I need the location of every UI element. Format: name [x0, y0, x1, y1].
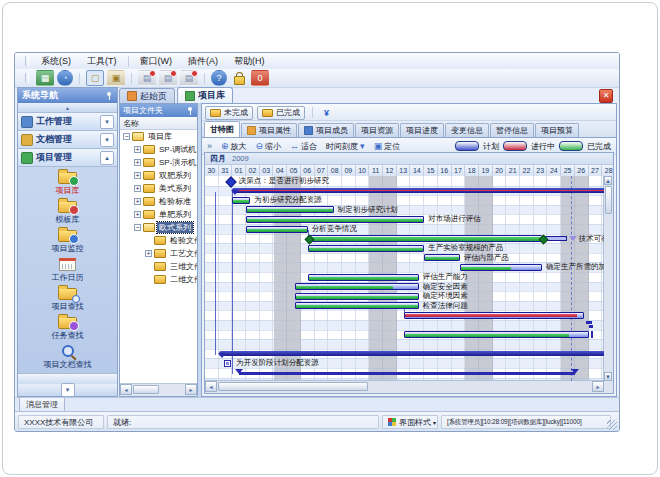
chevron-up-icon[interactable]: ▴ [100, 151, 114, 165]
task-group-icon[interactable] [224, 360, 231, 367]
expand-icon[interactable]: + [134, 159, 141, 166]
gantt-range-bar[interactable] [239, 372, 575, 375]
gantt-bar[interactable] [308, 245, 424, 252]
dock-tab-messages[interactable]: 消息管理 [19, 398, 65, 412]
more-icon[interactable]: » [207, 141, 212, 151]
chevron-down-icon[interactable]: ▾ [100, 133, 114, 147]
expand-icon[interactable]: + [134, 198, 141, 205]
tree-node[interactable]: +双肥系列 [134, 169, 193, 181]
tree-node[interactable]: +单肥系列 [134, 208, 193, 220]
gantt-summary-bar[interactable] [232, 188, 604, 193]
collapse-icon[interactable]: − [123, 133, 130, 140]
gantt-bar[interactable] [308, 235, 542, 242]
tree-node[interactable]: 二维文件 [145, 273, 197, 285]
scroll-up-icon[interactable]: ▲ [604, 176, 612, 185]
gantt-tool-1[interactable]: ⊕放大 [221, 141, 247, 152]
gantt-tab-1[interactable]: 甘特图 [204, 121, 240, 137]
sidebar-item-3[interactable]: 项目监控 [18, 225, 117, 254]
logout-icon[interactable]: 0 [251, 70, 269, 86]
tree-node[interactable]: −欧式系列 [134, 221, 193, 233]
gantt-tab-4[interactable]: 项目资源 [355, 123, 399, 137]
report-sync-icon[interactable]: ▤ [180, 70, 198, 86]
expand-icon[interactable]: + [134, 172, 141, 179]
scroll-right-icon[interactable]: ▸ [185, 384, 197, 395]
gantt-tab-2[interactable]: 项目属性 [241, 123, 297, 137]
expand-icon[interactable]: + [134, 146, 141, 153]
scroll-thumb[interactable] [218, 382, 368, 391]
gantt-bar[interactable] [424, 254, 460, 261]
scroll-left-icon[interactable]: ◂ [205, 381, 217, 392]
pin-icon[interactable] [186, 107, 194, 115]
lock-icon[interactable] [230, 70, 248, 86]
doc-tab-1[interactable]: 起始页 [119, 88, 175, 103]
gantt-tab-7[interactable]: 暂停信息 [490, 123, 534, 137]
scroll-thumb[interactable] [133, 385, 159, 394]
gantt-tab-5[interactable]: 项目进度 [400, 123, 444, 137]
gantt-bar[interactable] [404, 312, 585, 319]
pin-icon[interactable] [105, 92, 113, 100]
chevron-down-icon[interactable]: ▾ [100, 115, 114, 129]
tree-node[interactable]: 三维文件 [145, 260, 197, 272]
gantt-bar[interactable] [246, 206, 334, 213]
menu-item-5[interactable]: 帮助(H) [226, 54, 273, 69]
gantt-tool-4[interactable]: 时间刻度▾ [326, 141, 365, 152]
gantt-bar[interactable] [295, 293, 418, 300]
tree-hscrollbar[interactable]: ◂▸ [120, 383, 197, 396]
gantt-bar[interactable] [308, 274, 419, 281]
home-grid-icon[interactable]: ▦ [36, 70, 54, 86]
report-delete-icon[interactable]: ▤ [138, 70, 156, 86]
tree-node[interactable]: 检验文件 [145, 234, 197, 246]
folder-open-icon[interactable]: ▢ [86, 70, 104, 86]
scroll-thumb[interactable] [605, 186, 612, 214]
sidebar-item-5[interactable]: 项目查找 [18, 283, 117, 312]
sidebar-group-1[interactable]: 工作管理▾ [18, 113, 117, 131]
collapse-icon[interactable]: − [134, 224, 141, 231]
menu-item-2[interactable]: 工具(T) [79, 54, 125, 69]
sidebar-item-6[interactable]: 任务查找 [18, 312, 117, 341]
gantt-bar[interactable] [232, 197, 250, 204]
close-icon[interactable]: ✕ [599, 89, 613, 103]
folder-window-icon[interactable]: ▣ [107, 70, 125, 86]
filter-button-2[interactable]: 已完成 [257, 106, 305, 120]
sidebar-item-1[interactable]: 项目库 [18, 167, 117, 196]
gantt-bar[interactable] [404, 331, 589, 338]
help-icon[interactable]: ? [211, 70, 227, 86]
tree-node[interactable]: +SP-调试机系 [134, 143, 197, 155]
gantt-bar[interactable] [295, 283, 418, 290]
tree-node[interactable]: +美式系列 [134, 182, 193, 194]
sidebar-item-2[interactable]: 模板库 [18, 196, 117, 225]
tree-node[interactable]: +检验标准 [134, 195, 193, 207]
sidebar-scroll-up[interactable]: ▴ [18, 103, 117, 113]
menu-item-3[interactable]: 窗口(W) [132, 54, 181, 69]
currency-icon[interactable]: ¥ [324, 108, 329, 118]
gantt-bar[interactable] [295, 302, 418, 309]
gantt-bar[interactable] [246, 226, 308, 233]
tree-node[interactable]: +SP-演示机系 [134, 156, 197, 168]
gantt-bar[interactable] [246, 216, 424, 223]
scroll-left-icon[interactable]: ◂ [120, 384, 132, 395]
doc-tab-2[interactable]: 项目库 [177, 87, 233, 103]
sidebar-group-2[interactable]: 文档管理▾ [18, 131, 117, 149]
sidebar-item-7[interactable]: 项目文档查找 [18, 341, 117, 370]
gantt-summary-bar[interactable] [219, 351, 604, 356]
menu-item-4[interactable]: 插件(A) [180, 54, 226, 69]
gantt-bar[interactable] [460, 264, 542, 271]
filter-button-1[interactable]: 未完成 [205, 106, 253, 120]
expand-icon[interactable]: + [145, 250, 152, 257]
tree-node[interactable]: +工艺文件 [145, 247, 197, 259]
globe-icon[interactable]: ◔ [57, 70, 73, 86]
gantt-vscrollbar[interactable]: ▲▼ [603, 176, 613, 381]
scroll-down-icon[interactable]: ▼ [604, 372, 612, 381]
gantt-tool-3[interactable]: ↔适合 [290, 141, 317, 152]
expand-icon[interactable]: + [134, 185, 141, 192]
report-add-icon[interactable]: ▤ [159, 70, 177, 86]
gantt-tool-5[interactable]: ▣定位 [374, 141, 401, 152]
gantt-tool-2[interactable]: ⊖缩小 [256, 141, 282, 152]
menu-item-1[interactable]: 系统(S) [33, 54, 79, 69]
gantt-hscrollbar[interactable]: ◂▸ [205, 380, 604, 393]
sidebar-scroll-down[interactable]: ▾ [18, 384, 117, 396]
resize-grip[interactable] [607, 420, 617, 430]
tree-node[interactable]: −项目库 [123, 130, 174, 142]
scroll-right-icon[interactable]: ▸ [592, 381, 604, 392]
sidebar-item-4[interactable]: 工作日历 [18, 254, 117, 283]
